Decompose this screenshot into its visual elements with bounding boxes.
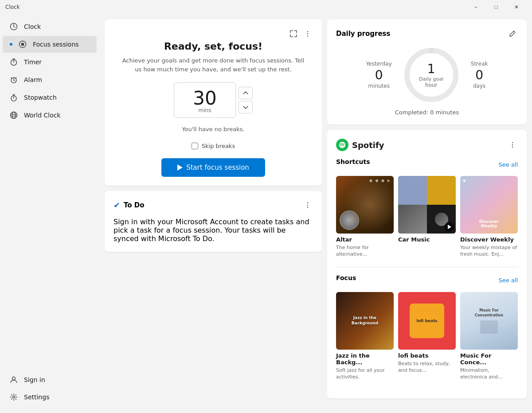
daily-progress-card: Daily progress Yesterday 0 minutes bbox=[327, 19, 527, 125]
spotify-more-options-button[interactable] bbox=[507, 140, 518, 150]
increment-button[interactable] bbox=[239, 87, 253, 99]
jazz-thumbnail: Jazz in theBackground bbox=[336, 292, 394, 350]
alarm-icon bbox=[10, 76, 18, 84]
discover-thumbnail: ● DiscoverWeekly bbox=[460, 176, 518, 234]
playlist-item-car-music[interactable]: Car Music bbox=[398, 176, 456, 258]
sidebar-item-focus-sessions[interactable]: Focus sessions bbox=[3, 36, 97, 53]
sidebar-item-alarm[interactable]: Alarm bbox=[3, 71, 97, 88]
svg-point-23 bbox=[307, 31, 308, 32]
spotify-name: Spotify bbox=[352, 140, 384, 150]
todo-card: ✔ To Do Sign in with your Microsoft Acco… bbox=[105, 191, 322, 252]
daily-progress-stats: Yesterday 0 minutes 1 Daily g bbox=[336, 46, 518, 104]
jazz-desc: Soft jazz for all your activities. bbox=[336, 367, 394, 381]
svg-point-17 bbox=[11, 112, 17, 119]
sidebar-bottom: Sign in Settings bbox=[0, 371, 99, 409]
svg-point-32 bbox=[512, 144, 513, 145]
svg-point-28 bbox=[307, 206, 308, 207]
skip-breaks-checkbox[interactable] bbox=[192, 143, 198, 149]
spotify-card: Spotify Shortcuts See all bbox=[327, 130, 527, 398]
sidebar-item-world-clock[interactable]: World Clock bbox=[3, 107, 97, 124]
spotify-logo: Spotify bbox=[336, 139, 384, 151]
jazz-name: Jazz in the Backg... bbox=[336, 352, 394, 366]
sidebar-item-clock[interactable]: Clock bbox=[3, 18, 97, 35]
shortcuts-title: Shortcuts bbox=[336, 158, 370, 165]
sidebar-alarm-label: Alarm bbox=[24, 76, 42, 83]
yesterday-label: Yesterday bbox=[366, 61, 392, 67]
time-display: 30 mins bbox=[174, 82, 236, 118]
app-title: Clock bbox=[5, 4, 20, 10]
concentration-thumbnail: Music ForConcentration bbox=[460, 292, 518, 350]
lofi-thumbnail: lofi beats bbox=[398, 292, 456, 350]
minutes-value: 30 bbox=[193, 87, 216, 109]
sidebar-item-timer[interactable]: Timer bbox=[3, 54, 97, 70]
focus-icon bbox=[19, 40, 27, 48]
more-options-button[interactable] bbox=[302, 28, 313, 39]
playlist-item-lofi[interactable]: lofi beats lofi beats Beats to relax, st… bbox=[398, 292, 456, 381]
time-arrows bbox=[239, 87, 253, 113]
playlist-item-jazz[interactable]: Jazz in theBackground Jazz in the Backg.… bbox=[336, 292, 394, 381]
focus-see-all-button[interactable]: See all bbox=[498, 277, 518, 284]
todo-card-header: ✔ To Do bbox=[113, 200, 313, 210]
focus-session-card: Ready, set, focus! Achieve your goals an… bbox=[105, 19, 322, 186]
streak-unit: days bbox=[471, 83, 488, 89]
svg-point-21 bbox=[12, 377, 16, 380]
shortcuts-header: Shortcuts See all bbox=[336, 158, 518, 171]
shortcuts-see-all-button[interactable]: See all bbox=[498, 161, 518, 168]
breaks-text: You'll have no breaks. bbox=[120, 125, 306, 134]
sidebar-focus-label: Focus sessions bbox=[33, 41, 79, 48]
focus-description: Achieve your goals and get more done wit… bbox=[120, 56, 306, 74]
spotify-header: Spotify bbox=[336, 139, 518, 151]
start-button-label: Start focus session bbox=[186, 164, 249, 171]
sidebar-clock-label: Clock bbox=[24, 23, 41, 30]
svg-line-12 bbox=[16, 78, 17, 78]
playlist-item-concentration[interactable]: Music ForConcentration Music For Conce..… bbox=[460, 292, 518, 381]
close-button[interactable]: ✕ bbox=[506, 0, 527, 14]
start-focus-session-button[interactable]: Start focus session bbox=[161, 158, 265, 177]
car-thumbnail bbox=[398, 176, 456, 234]
svg-point-33 bbox=[512, 147, 513, 148]
playlist-item-discover-weekly[interactable]: ● DiscoverWeekly Discover Weekly Your we… bbox=[460, 176, 518, 258]
sidebar-item-stopwatch[interactable]: Stopwatch bbox=[3, 89, 97, 106]
sidebar: Clock Focus sessions Timer bbox=[0, 14, 99, 413]
svg-point-31 bbox=[512, 142, 513, 143]
focus-music-header: Focus See all bbox=[336, 274, 518, 287]
streak-value: 0 bbox=[471, 69, 488, 82]
window-controls: − □ ✕ bbox=[466, 0, 527, 14]
svg-point-3 bbox=[21, 43, 24, 46]
timer-icon bbox=[10, 58, 18, 66]
fullscreen-button[interactable] bbox=[288, 28, 299, 39]
altar-name: Altar bbox=[336, 236, 394, 243]
decrement-button[interactable] bbox=[239, 101, 253, 113]
skip-breaks-label: Skip breaks bbox=[202, 143, 235, 149]
focus-card-header bbox=[113, 28, 313, 39]
yesterday-value: 0 bbox=[366, 69, 392, 82]
svg-point-24 bbox=[307, 33, 308, 34]
altar-desc: The home for alternative... bbox=[336, 244, 394, 258]
svg-line-10 bbox=[14, 80, 15, 81]
todo-icon: ✔ bbox=[113, 200, 120, 210]
svg-point-22 bbox=[13, 396, 15, 398]
maximize-button[interactable]: □ bbox=[486, 0, 506, 14]
app-container: Clock Focus sessions Timer bbox=[0, 14, 532, 413]
svg-point-26 bbox=[307, 202, 308, 203]
playlist-item-altar[interactable]: ● ● ● ▶ Altar The home for alternative..… bbox=[336, 176, 394, 258]
edit-goal-button[interactable] bbox=[507, 28, 518, 39]
sidebar-item-settings[interactable]: Settings bbox=[3, 389, 97, 405]
mins-label: mins bbox=[199, 107, 211, 113]
minimize-button[interactable]: − bbox=[466, 0, 486, 14]
yesterday-stat: Yesterday 0 minutes bbox=[356, 61, 403, 90]
daily-goal-label: Daily goal bbox=[419, 76, 443, 82]
svg-point-25 bbox=[307, 35, 308, 36]
right-column: Daily progress Yesterday 0 minutes bbox=[327, 19, 527, 408]
sidebar-item-sign-in[interactable]: Sign in bbox=[3, 371, 97, 388]
altar-thumbnail: ● ● ● ▶ bbox=[336, 176, 394, 234]
skip-breaks-container: Skip breaks bbox=[113, 143, 313, 149]
streak-label: Streak bbox=[471, 61, 488, 67]
sidebar-settings-label: Settings bbox=[24, 394, 49, 401]
settings-icon bbox=[10, 393, 18, 401]
lofi-desc: Beats to relax, study, and focus... bbox=[398, 360, 456, 374]
todo-title-label: To Do bbox=[124, 201, 145, 209]
todo-more-options-button[interactable] bbox=[302, 200, 313, 210]
circle-progress-container: 1 Daily goal hour bbox=[403, 46, 460, 104]
concentration-name: Music For Conce... bbox=[460, 352, 518, 366]
